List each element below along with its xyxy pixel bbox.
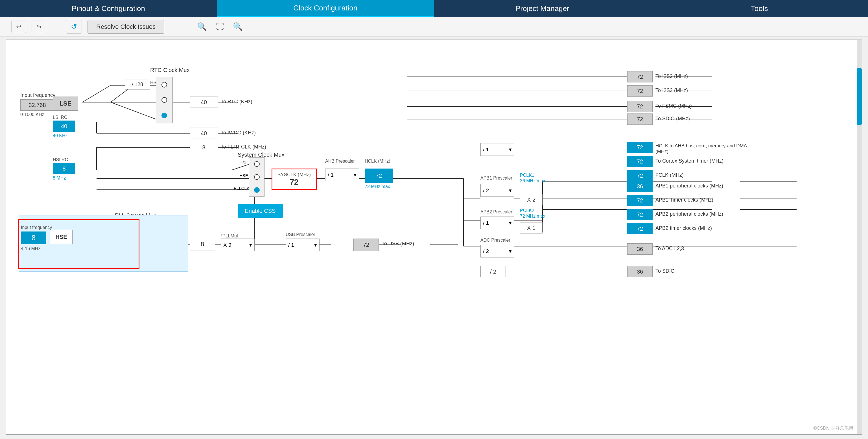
- enable-css-button[interactable]: Enable CSS: [238, 204, 283, 218]
- usb-prescaler-label: USB Prescaler: [286, 232, 315, 237]
- usb-div-dropdown[interactable]: / 1 ▾: [286, 239, 319, 251]
- pll-mul-dropdown[interactable]: X 9 ▾: [221, 239, 255, 251]
- fsmc-label: To FSMC (MHz): [655, 103, 692, 109]
- top-nav: Pinout & Configuration Clock Configurati…: [0, 0, 868, 17]
- apb1-timer-value: 72: [627, 195, 653, 206]
- lsi-unit-label: 40 KHz: [53, 133, 67, 138]
- svg-line-5: [111, 102, 156, 119]
- apb2-x1-box: X 1: [520, 222, 542, 233]
- adc-prescaler-label: ADC Prescaler: [480, 238, 510, 243]
- sysclk-value[interactable]: 72: [290, 178, 298, 187]
- canvas-area: Input frequency 32.768 0-1000 KHz LSE LS…: [6, 39, 862, 435]
- toolbar: ↩ ↪ ↺ Resolve Clock Issues 🔍 ⛶ 🔍: [0, 17, 868, 37]
- input-freq-label: Input frequency: [20, 92, 55, 98]
- watermark: ©CSDN 会好乐乐博: [813, 426, 853, 431]
- usb-to-label: To USB (MHz): [382, 241, 414, 247]
- refresh-button[interactable]: ↺: [66, 20, 82, 34]
- fclk-label: FCLK (MHz): [655, 172, 684, 178]
- rtc-mux-label: RTC Clock Mux: [150, 67, 190, 73]
- sys-mux-c1: [254, 161, 260, 167]
- sys-mux-c2: [254, 174, 260, 180]
- hclk-max-label: 72 MHz max: [365, 184, 390, 189]
- cortex-value: 72: [627, 156, 653, 167]
- i2s2-value: 72: [627, 71, 653, 83]
- apb1-x2-box: X 2: [520, 194, 542, 205]
- sysclk-box: SYSCLK (MHz) 72: [272, 168, 317, 190]
- flitfclk-value-box: 8: [190, 142, 218, 153]
- fclk-value: 72: [627, 170, 653, 181]
- apb2-timer-value: 72: [627, 223, 653, 234]
- ahb-div-dropdown[interactable]: / 1 ▾: [325, 168, 359, 181]
- hsi-unit-label: 8 MHz: [53, 176, 66, 181]
- hse-div128-box: / 128: [125, 80, 150, 90]
- svg-line-20: [232, 164, 249, 170]
- apb1-peri-label: APB1 peripheral clocks (MHz): [655, 183, 723, 189]
- mux-circle-3[interactable]: [161, 113, 167, 118]
- pclk2-max-label: 72 MHz max: [520, 214, 545, 219]
- nav-clock[interactable]: Clock Configuration: [217, 0, 434, 17]
- adc-div-dropdown[interactable]: / 2 ▾: [480, 245, 514, 257]
- sdio-label: To SDIO (MHz): [655, 116, 690, 122]
- hsi-rc-label: HSI RC: [53, 157, 68, 162]
- fsmc-value: 72: [627, 101, 653, 112]
- apb2-timer-label: APB2 timer clocks (MHz): [655, 225, 712, 231]
- sys-hse-label: HSE: [239, 173, 248, 178]
- apb1-timer-label: APB1 Timer clocks (MHz): [655, 197, 713, 203]
- adc-value: 36: [627, 243, 653, 255]
- pclk1-max-label: 36 MHz max: [520, 179, 545, 184]
- nav-project[interactable]: Project Manager: [434, 0, 651, 17]
- apb2-peri-value: 72: [627, 209, 653, 220]
- rtc-to-label: To RTC (KHz): [221, 99, 252, 105]
- i2s3-label: To I2S3 (MHz): [655, 88, 688, 93]
- nav-tools[interactable]: Tools: [651, 0, 868, 17]
- apb1-div-dropdown[interactable]: / 2 ▾: [480, 184, 514, 197]
- rtc-value-box: 40: [190, 97, 218, 108]
- undo-button[interactable]: ↩: [11, 21, 26, 33]
- iwdg-to-label: To IWDG (KHz): [221, 130, 256, 136]
- apb2-prescaler-label: APB2 Prescaler: [480, 210, 512, 215]
- iwdg-value-box: 40: [190, 128, 218, 139]
- sdio-value: 72: [627, 114, 653, 125]
- sdio-div2-box: / 2: [480, 266, 506, 277]
- lse-box: LSE: [53, 97, 78, 111]
- apb2-div-dropdown[interactable]: / 1 ▾: [480, 217, 514, 229]
- redo-button[interactable]: ↪: [32, 21, 46, 33]
- hsi-value-box: 8: [53, 163, 75, 174]
- nav-pinout[interactable]: Pinout & Configuration: [0, 0, 217, 17]
- sys-pll-label: PLLCLK: [234, 186, 250, 191]
- apb1-peri-value: 36: [627, 181, 653, 192]
- sdio-to2-label: To SDIO: [655, 268, 675, 274]
- sys-mux-c3[interactable]: [254, 187, 260, 193]
- ahb-prescaler-label: AHB Prescaler: [325, 159, 355, 164]
- sys-hsi-label: HSI: [239, 160, 246, 165]
- pll-mul-label: *PLLMul: [221, 233, 238, 239]
- pclk1-label: PCLK1: [520, 173, 534, 178]
- hclk-ahb-label: HCLK to AHB bus, core, memory and DMA (M…: [655, 143, 754, 154]
- mux-circle-2: [161, 97, 167, 103]
- zoom-in-icon[interactable]: 🔍: [195, 20, 209, 33]
- scrollbar[interactable]: [857, 40, 862, 434]
- pclk2-label: PCLK2: [520, 208, 534, 213]
- lse-freq-box: 32.768: [20, 99, 54, 111]
- mux-circle-1: [161, 82, 167, 88]
- ahb-right-div-dropdown[interactable]: / 1 ▾: [480, 143, 514, 156]
- system-mux-shape: HSI HSE PLLCLK: [249, 157, 265, 197]
- red-outline-hse: [18, 219, 140, 269]
- fit-icon[interactable]: ⛶: [214, 20, 225, 33]
- hclk-label: HCLK (MHz): [365, 159, 391, 164]
- adc-to-label: To ADC1,2,3: [655, 246, 684, 252]
- zoom-out-icon[interactable]: 🔍: [231, 20, 244, 33]
- apb2-peri-label: APB2 peripheral clocks (MHz): [655, 211, 723, 217]
- hclk-ahb-value: 72: [627, 142, 653, 153]
- sysclk-title: SYSCLK (MHz): [277, 172, 311, 178]
- hclk-value-box: 72: [365, 168, 393, 183]
- lse-unit-label: 0-1000 KHz: [20, 112, 44, 117]
- i2s2-label: To I2S2 (MHz): [655, 73, 688, 79]
- apb1-prescaler-label: APB1 Prescaler: [480, 176, 512, 181]
- lsi-rc-label: LSI RC: [53, 115, 67, 120]
- pll-value-box: 8: [190, 238, 215, 250]
- lsi-value-box: 40: [53, 121, 75, 132]
- resolve-clock-button[interactable]: Resolve Clock Issues: [88, 20, 164, 34]
- scrollbar-thumb[interactable]: [857, 68, 862, 125]
- cortex-label: To Cortex System timer (MHz): [655, 158, 723, 164]
